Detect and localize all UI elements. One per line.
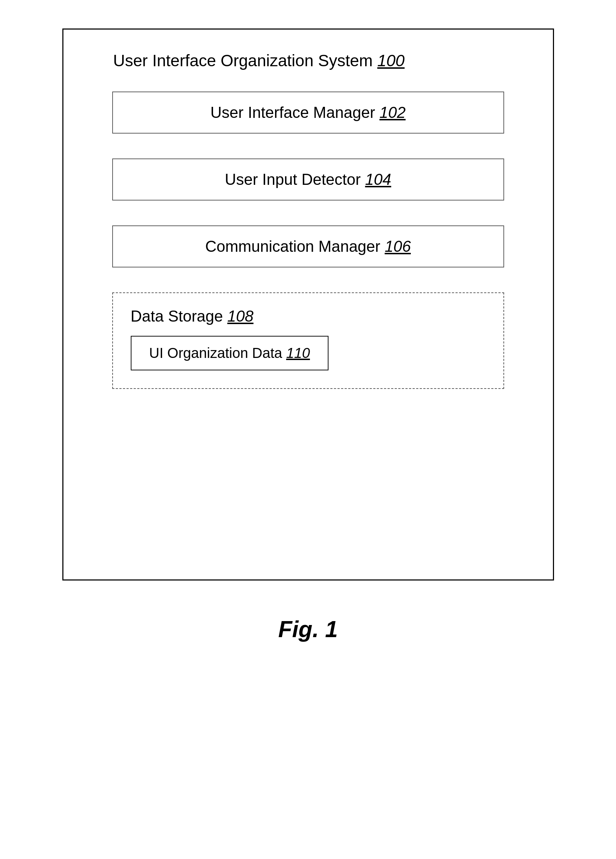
user-input-detector-text: User Input Detector [225,170,361,188]
user-input-detector-box: User Input Detector 104 [112,158,504,200]
data-storage-box: Data Storage 108 UI Organization Data 11… [112,292,504,389]
ui-manager-ref: 102 [380,104,405,121]
system-ref-num: 100 [377,51,405,70]
communication-manager-label: Communication Manager 106 [205,237,411,255]
data-storage-title: Data Storage 108 [131,307,254,325]
ui-manager-text: User Interface Manager [211,104,375,121]
system-title-text: User Interface Organization System [113,51,373,70]
user-input-detector-label: User Input Detector 104 [225,170,391,188]
outer-system-box: User Interface Organization System 100 U… [63,28,554,581]
page-container: User Interface Organization System 100 U… [0,0,616,859]
ui-org-data-text: UI Organization Data [149,345,283,361]
ui-org-data-ref: 110 [286,345,310,361]
data-storage-text: Data Storage [131,307,223,325]
ui-org-data-label: UI Organization Data 110 [149,345,310,361]
ui-org-data-box: UI Organization Data 110 [131,336,328,370]
communication-manager-ref: 106 [385,237,411,255]
communication-manager-box: Communication Manager 106 [112,225,504,267]
ui-manager-label: User Interface Manager 102 [211,104,406,122]
user-input-detector-ref: 104 [365,170,391,188]
communication-manager-text: Communication Manager [205,237,380,255]
data-storage-ref: 108 [227,307,253,325]
system-title: User Interface Organization System 100 [113,51,405,70]
figure-label: Fig. 1 [278,616,338,642]
ui-manager-box: User Interface Manager 102 [112,92,504,134]
